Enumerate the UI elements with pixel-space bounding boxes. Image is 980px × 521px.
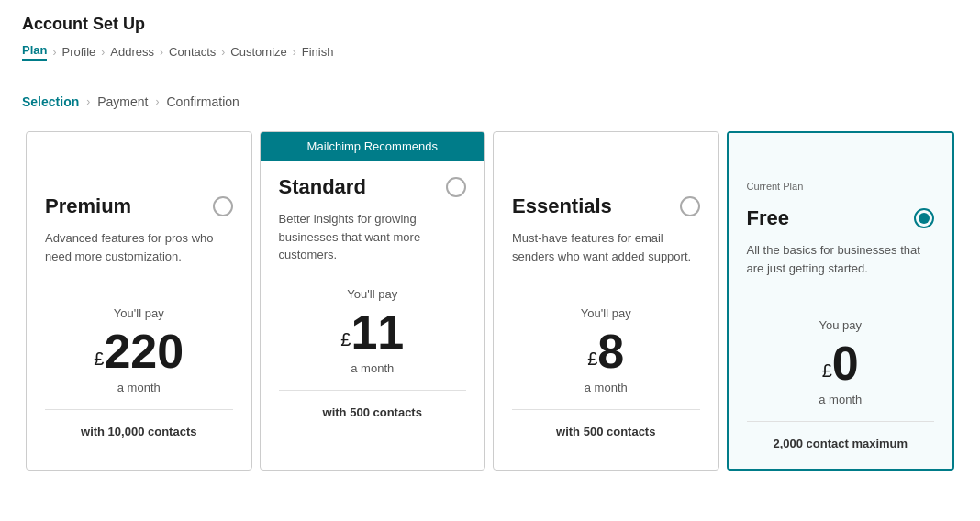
breadcrumb-sep-5: › — [293, 46, 296, 59]
spacer-premium — [45, 150, 233, 180]
breadcrumb-sep-4: › — [221, 46, 225, 59]
plan-card-premium[interactable]: Premium Advanced features for pros who n… — [26, 131, 252, 471]
price-row-free: £ 0 — [747, 339, 935, 387]
currency-free: £ — [822, 360, 832, 382]
you-pay-standard: You'll pay — [279, 287, 467, 301]
plan-header-premium: Premium — [45, 194, 233, 218]
sub-breadcrumb: Selection › Payment › Confirmation — [22, 94, 958, 109]
currency-standard: £ — [340, 329, 351, 350]
plan-header-free: Free — [747, 206, 935, 230]
breadcrumb-sep-2: › — [101, 46, 105, 59]
plan-card-free[interactable]: Current Plan Free All the basics for bus… — [727, 131, 955, 471]
sub-breadcrumb-selection[interactable]: Selection — [22, 94, 79, 109]
price-amount-premium: 220 — [104, 327, 184, 375]
currency-essentials: £ — [587, 349, 597, 370]
plan-desc-essentials: Must-have features for email senders who… — [512, 229, 700, 284]
breadcrumb-profile[interactable]: Profile — [61, 45, 95, 59]
breadcrumb-address[interactable]: Address — [110, 45, 154, 59]
breadcrumb-contacts[interactable]: Contacts — [169, 45, 216, 59]
per-month-premium: a month — [45, 381, 233, 394]
plan-header-standard: Standard — [279, 175, 467, 199]
plan-desc-standard: Better insights for growing businesses t… — [279, 210, 467, 265]
top-bar: Account Set Up Plan › Profile › Address … — [0, 0, 980, 72]
breadcrumb-plan[interactable]: Plan — [22, 43, 47, 61]
sub-breadcrumb-sep-2: › — [156, 95, 160, 108]
sub-breadcrumb-confirmation[interactable]: Confirmation — [167, 94, 239, 109]
recommend-banner: Mailchimp Recommends — [261, 132, 485, 161]
contacts-standard: with 500 contacts — [279, 390, 467, 419]
price-row-premium: £ 220 — [45, 327, 233, 375]
radio-free[interactable] — [914, 208, 934, 228]
per-month-essentials: a month — [512, 381, 700, 394]
breadcrumb-sep-3: › — [160, 46, 163, 59]
you-pay-essentials: You'll pay — [512, 306, 700, 320]
sub-breadcrumb-sep-1: › — [86, 95, 90, 108]
price-row-standard: £ 11 — [279, 308, 467, 356]
main-content: Selection › Payment › Confirmation Premi… — [0, 72, 980, 493]
per-month-free: a month — [747, 393, 935, 406]
plan-card-standard[interactable]: Mailchimp Recommends Standard Better ins… — [260, 131, 486, 471]
plan-name-free: Free — [747, 206, 789, 230]
price-amount-free: 0 — [832, 339, 859, 387]
you-pay-free: You pay — [747, 318, 935, 332]
plan-card-essentials[interactable]: Essentials Must-have features for email … — [493, 131, 719, 471]
breadcrumb-finish[interactable]: Finish — [302, 45, 334, 59]
plan-desc-premium: Advanced features for pros who need more… — [45, 229, 233, 284]
per-month-standard: a month — [279, 361, 467, 375]
price-amount-standard: 11 — [351, 308, 404, 356]
breadcrumb: Plan › Profile › Address › Contacts › Cu… — [22, 43, 958, 72]
contacts-free: 2,000 contact maximum — [747, 421, 935, 450]
contacts-essentials: with 500 contacts — [512, 409, 700, 438]
spacer-essentials — [512, 150, 700, 180]
radio-premium[interactable] — [213, 196, 233, 216]
current-plan-label: Current Plan — [747, 181, 935, 192]
breadcrumb-sep-1: › — [52, 46, 56, 59]
plan-name-premium: Premium — [45, 194, 131, 218]
radio-standard[interactable] — [446, 177, 466, 197]
plan-name-standard: Standard — [279, 175, 366, 199]
price-row-essentials: £ 8 — [512, 327, 700, 375]
breadcrumb-customize[interactable]: Customize — [230, 45, 286, 59]
currency-premium: £ — [94, 349, 104, 370]
radio-essentials[interactable] — [680, 196, 700, 216]
plan-desc-free: All the basics for businesses that are j… — [747, 241, 935, 296]
plan-name-essentials: Essentials — [512, 194, 612, 218]
plan-header-essentials: Essentials — [512, 194, 700, 218]
spacer-free — [747, 151, 935, 181]
you-pay-premium: You'll pay — [45, 306, 233, 320]
plans-container: Premium Advanced features for pros who n… — [22, 131, 958, 471]
contacts-premium: with 10,000 contacts — [45, 409, 233, 438]
app-title: Account Set Up — [22, 15, 958, 34]
sub-breadcrumb-payment[interactable]: Payment — [97, 94, 148, 109]
price-amount-essentials: 8 — [597, 327, 624, 375]
